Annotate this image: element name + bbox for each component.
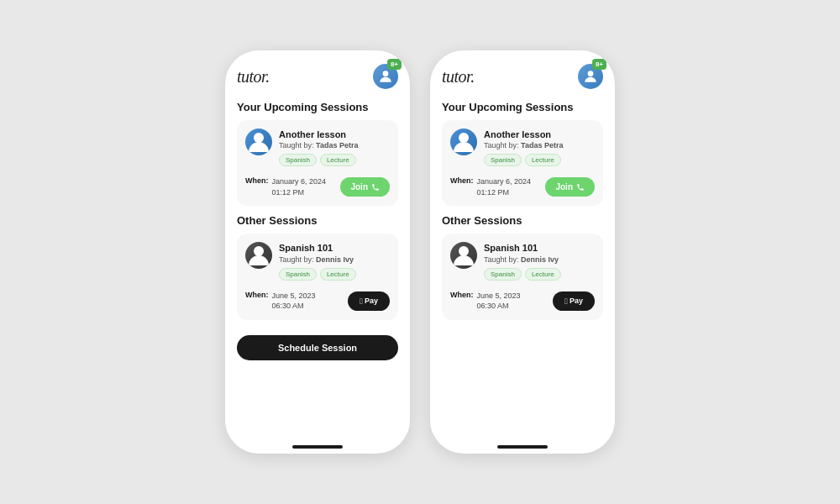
other-lesson-title-left: Spanish 101 <box>279 242 390 254</box>
tag-spanish-other-left: Spanish <box>279 268 317 281</box>
upcoming-lesson-title-left: Another lesson <box>279 129 390 140</box>
join-button-left[interactable]: Join <box>340 177 390 197</box>
svg-point-3 <box>588 71 594 76</box>
other-card-info-left: Spanish 101 Taught by: Dennis Ivy Spanis… <box>279 242 390 285</box>
app-logo-left: tutor. <box>237 67 270 87</box>
upcoming-date-right: January 6, 2024 01:12 PM <box>477 176 532 197</box>
notification-badge-right: 8+ <box>592 59 606 70</box>
other-session-card-left: Spanish 101 Taught by: Dennis Ivy Spanis… <box>237 234 398 319</box>
svg-point-2 <box>254 246 264 256</box>
phone-right: 8+ tutor. Your Upcoming Sessions <box>430 50 615 454</box>
other-section-title-left: Other Sessions <box>237 214 398 227</box>
upcoming-lesson-title-right: Another lesson <box>484 129 595 140</box>
home-indicator-right <box>497 445 548 449</box>
svg-point-0 <box>383 71 389 76</box>
tutor-avatar-other-left <box>245 242 272 269</box>
join-button-right[interactable]: Join <box>545 177 595 197</box>
svg-point-4 <box>459 133 469 143</box>
other-section-title-right: Other Sessions <box>442 214 603 227</box>
tag-spanish-upcoming-left: Spanish <box>279 154 317 166</box>
notification-badge-left: 8+ <box>387 59 402 70</box>
other-date-left: June 5, 2023 06:30 AM <box>272 291 316 312</box>
upcoming-card-info-left: Another lesson Taught by: Tadas Petra Sp… <box>279 129 390 171</box>
applepay-button-right[interactable]:  Pay <box>553 291 595 311</box>
other-when-right: When: June 5, 2023 06:30 AM <box>450 291 521 312</box>
tag-lecture-other-left: Lecture <box>320 268 356 281</box>
upcoming-session-card-left: Another lesson Taught by: Tadas Petra Sp… <box>237 120 398 206</box>
tutor-avatar-upcoming-left <box>245 129 272 155</box>
upcoming-tags-right: Spanish Lecture <box>484 154 595 166</box>
app-logo-right: tutor. <box>442 67 475 87</box>
upcoming-section-title-left: Your Upcoming Sessions <box>237 101 398 113</box>
app-header-left: tutor. <box>237 64 398 89</box>
other-taught-by-left: Taught by: Dennis Ivy <box>279 255 390 264</box>
other-tags-right: Spanish Lecture <box>484 268 595 281</box>
other-session-card-right: Spanish 101 Taught by: Dennis Ivy Spanis… <box>442 234 603 319</box>
upcoming-card-footer-left: When: January 6, 2024 01:12 PM Join <box>245 176 390 197</box>
phones-container: 8+ tutor. Your Upcoming Sessions <box>225 50 615 454</box>
other-card-footer-left: When: June 5, 2023 06:30 AM  Pay <box>245 291 390 312</box>
tag-lecture-other-right: Lecture <box>525 268 561 281</box>
upcoming-date-left: January 6, 2024 01:12 PM <box>272 176 327 197</box>
phone-left: 8+ tutor. Your Upcoming Sessions <box>225 50 410 454</box>
upcoming-session-card-right: Another lesson Taught by: Tadas Petra Sp… <box>442 120 603 206</box>
other-date-right: June 5, 2023 06:30 AM <box>477 291 521 312</box>
tutor-avatar-upcoming-right <box>450 129 477 155</box>
tutor-avatar-other-right <box>450 242 477 269</box>
other-taught-by-right: Taught by: Dennis Ivy <box>484 255 595 264</box>
other-lesson-title-right: Spanish 101 <box>484 242 595 254</box>
upcoming-when-right: When: January 6, 2024 01:12 PM <box>450 176 531 197</box>
tag-lecture-upcoming-left: Lecture <box>320 154 356 166</box>
applepay-button-left[interactable]:  Pay <box>348 291 390 311</box>
svg-point-5 <box>459 246 469 256</box>
tag-lecture-upcoming-right: Lecture <box>525 154 561 166</box>
upcoming-card-footer-right: When: January 6, 2024 01:12 PM Join <box>450 176 595 197</box>
upcoming-tags-left: Spanish Lecture <box>279 154 390 166</box>
upcoming-when-left: When: January 6, 2024 01:12 PM <box>245 176 326 197</box>
upcoming-taught-by-right: Taught by: Tadas Petra <box>484 141 595 150</box>
upcoming-card-info-right: Another lesson Taught by: Tadas Petra Sp… <box>484 129 595 171</box>
schedule-session-button-left[interactable]: Schedule Session <box>237 335 398 360</box>
app-header-right: tutor. <box>442 64 603 89</box>
other-card-info-right: Spanish 101 Taught by: Dennis Ivy Spanis… <box>484 242 595 285</box>
tag-spanish-other-right: Spanish <box>484 268 522 281</box>
other-card-footer-right: When: June 5, 2023 06:30 AM  Pay <box>450 291 595 312</box>
upcoming-taught-by-left: Taught by: Tadas Petra <box>279 141 390 150</box>
tag-spanish-upcoming-right: Spanish <box>484 154 522 166</box>
other-when-left: When: June 5, 2023 06:30 AM <box>245 291 316 312</box>
svg-point-1 <box>254 133 264 143</box>
home-indicator-left <box>292 445 343 449</box>
other-tags-left: Spanish Lecture <box>279 268 390 281</box>
upcoming-section-title-right: Your Upcoming Sessions <box>442 101 603 113</box>
